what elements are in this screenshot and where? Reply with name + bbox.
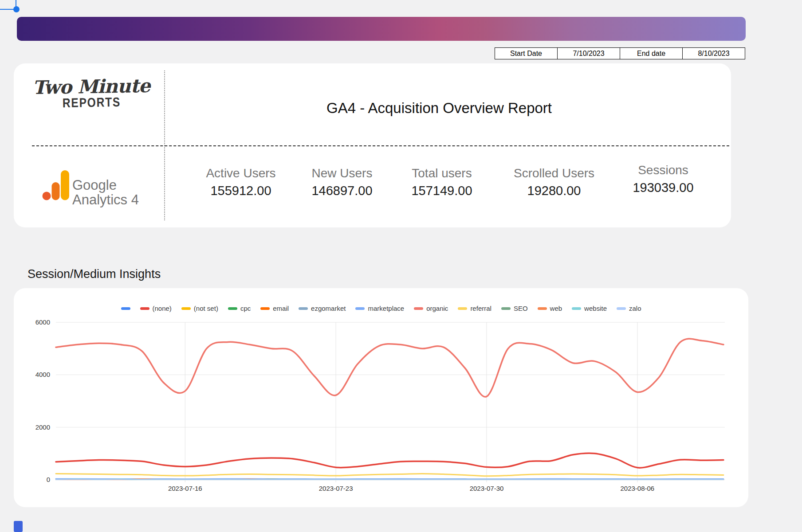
- metric-label: Total users: [380, 166, 504, 180]
- y-axis-label: 2000: [35, 423, 50, 431]
- banner-gradient-bar: [17, 17, 746, 41]
- x-axis-label: 2023-08-06: [620, 485, 654, 492]
- brand-script-text: Two Minute: [29, 77, 153, 98]
- ga-logo-dot: [43, 192, 51, 200]
- metric-value: 19280.00: [492, 184, 616, 198]
- metric-label: Sessions: [601, 163, 725, 177]
- ga-logo-mid-bar: [52, 182, 60, 200]
- series-line: [56, 473, 723, 476]
- metric-scrolled-users: Scrolled Users 19280.00: [492, 166, 616, 198]
- metric-total-users: Total users 157149.00: [380, 166, 504, 198]
- y-axis-label: 0: [47, 476, 50, 483]
- google-analytics-logo: Google Analytics 4: [40, 163, 165, 207]
- metric-sessions: Sessions 193039.00: [601, 163, 725, 195]
- metric-value: 193039.00: [601, 180, 725, 195]
- section-title: Session/Medium Insights: [28, 267, 161, 281]
- x-axis-label: 2023-07-30: [470, 485, 504, 492]
- end-date-label: End date: [620, 47, 683, 59]
- corner-decoration: [14, 521, 23, 532]
- report-title: GA4 - Acquisition Overview Report: [164, 100, 714, 117]
- report-header-card: Two Minute REPORTS GA4 - Acquisition Ove…: [14, 63, 731, 227]
- x-axis-label: 2023-07-23: [319, 485, 353, 492]
- metric-label: Scrolled Users: [492, 166, 616, 180]
- horizontal-dashed-divider: [32, 145, 729, 146]
- chart-plot[interactable]: 02000400060002023-07-162023-07-232023-07…: [14, 288, 748, 507]
- start-date-label: Start Date: [495, 47, 558, 59]
- series-line: [56, 453, 723, 468]
- start-date-value[interactable]: 7/10/2023: [558, 47, 620, 59]
- ga-logo-text-bottom: Analytics 4: [72, 192, 139, 207]
- selection-marker-dot[interactable]: [13, 6, 20, 12]
- series-line: [56, 339, 723, 397]
- brand-caps-text: REPORTS: [39, 95, 144, 110]
- metric-value: 157149.00: [380, 184, 504, 198]
- ga-logo-tall-bar: [61, 170, 69, 200]
- chart-card: (none)(not set)cpcemailezgomarketmarketp…: [14, 288, 748, 507]
- y-axis-label: 6000: [35, 318, 50, 326]
- date-filter: Start Date 7/10/2023 End date 8/10/2023: [495, 47, 745, 59]
- report-page: Start Date 7/10/2023 End date 8/10/2023 …: [0, 0, 802, 532]
- x-axis-label: 2023-07-16: [168, 485, 202, 492]
- y-axis-label: 4000: [35, 371, 50, 378]
- two-minute-reports-logo: Two Minute REPORTS: [29, 77, 153, 110]
- end-date-value[interactable]: 8/10/2023: [683, 47, 745, 59]
- ga-logo-text-top: Google: [72, 177, 117, 193]
